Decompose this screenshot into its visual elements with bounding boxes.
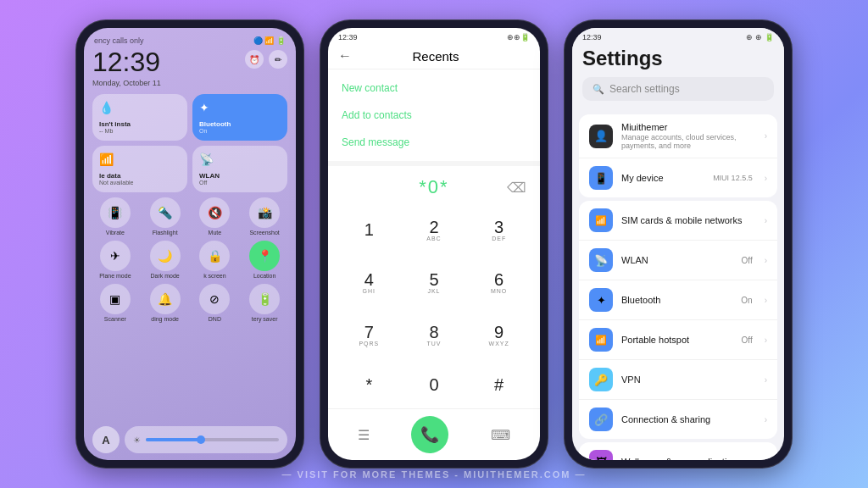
settings-item-hotspot[interactable]: 📶 Portable hotspot Off ›	[579, 320, 777, 360]
watermark: — VISIT FOR MORE THEMES - MIUITHEMER.COM…	[282, 469, 587, 480]
key-9[interactable]: 9 WXYZ	[466, 309, 531, 362]
cc-tile-mobile[interactable]: 📶 le data Not available	[92, 146, 187, 192]
cc-btn-location[interactable]: 📍 Location	[242, 241, 287, 279]
cc-clock-icon[interactable]: ⏰	[245, 50, 264, 69]
settings-item-wallpaper[interactable]: 🖼 Wallpaper & personalization ›	[579, 442, 777, 460]
key-5[interactable]: 5 JKL	[402, 256, 467, 308]
cc-btn-scanner[interactable]: ▣ Scanner	[92, 284, 138, 322]
settings-header: Settings 🔍 Search settings	[572, 43, 784, 108]
cc-dnd-label: DND	[209, 316, 221, 322]
cc-time-block: 12:39 Monday, October 11	[92, 48, 161, 87]
cc-icon-grid-2: ✈ Plane mode 🌙 Dark mode 🔒 k screen 📍 Lo…	[92, 241, 287, 279]
mydevice-icon: 📱	[589, 166, 613, 190]
cc-btn-lockscreen[interactable]: 🔒 k screen	[192, 241, 238, 279]
settings-item-mydevice[interactable]: 📱 My device MIUI 12.5.5 ›	[579, 158, 777, 197]
cc-tile-mobile-sub: Not available	[99, 180, 181, 186]
miui-badge: MIUI 12.5.5	[713, 174, 753, 182]
miuithemer-chevron: ›	[765, 131, 767, 141]
cc-icon-grid-1: 📳 Vibrate 🔦 Flashlight 🔇 Mute 📸 Screensh…	[92, 197, 287, 236]
settings-search-bar[interactable]: 🔍 Search settings	[582, 77, 774, 101]
phone-3-settings: 12:39 ⊕ ⊕ 🔋 Settings 🔍 Search settings	[564, 19, 793, 469]
key-4[interactable]: 4 GHI	[337, 256, 402, 308]
settings-network-card: 📶 SIM cards & mobile networks › 📡 WLAN O…	[579, 201, 777, 439]
cc-status-bar: ency calls only 🔵 📶 🔋	[92, 36, 287, 45]
key-6[interactable]: 6 MNO	[466, 256, 531, 308]
cc-btn-screenshot[interactable]: 📸 Screenshot	[242, 197, 287, 236]
dialer-screen: 12:39 ⊕⊕🔋 ← Recents New contact Add to c…	[328, 28, 540, 460]
cc-btn-batterysaver[interactable]: 🔋 tery saver	[242, 284, 287, 322]
cc-edit-icon[interactable]: ✏	[269, 50, 287, 69]
settings-item-wlan[interactable]: 📡 WLAN Off ›	[579, 241, 777, 280]
settings-item-sim[interactable]: 📶 SIM cards & mobile networks ›	[579, 201, 777, 241]
dialer-add-contacts[interactable]: Add to contacts	[328, 102, 540, 129]
settings-item-vpn[interactable]: 🔑 VPN ›	[579, 360, 777, 400]
phone-1-screen: ency calls only 🔵 📶 🔋 12:39 Monday, Octo…	[84, 28, 296, 460]
dialer-back-button[interactable]: ←	[338, 48, 352, 64]
hotspot-icon: 📶	[589, 328, 613, 352]
cc-dnd-icon: ⊘	[199, 284, 230, 314]
cc-lockscreen-label: k screen	[203, 273, 225, 279]
cc-brightness-control[interactable]: ☀	[125, 426, 287, 453]
cc-btn-vibrate[interactable]: 📳 Vibrate	[92, 197, 138, 236]
cc-tile-data[interactable]: 💧 Isn't insta -- Mb	[92, 94, 187, 141]
wlan-chevron: ›	[765, 256, 767, 265]
dialer-new-contact[interactable]: New contact	[328, 75, 540, 102]
settings-status-icons: ⊕ ⊕ 🔋	[746, 33, 774, 42]
dialer-keypad-icon[interactable]: ⌨	[491, 427, 510, 443]
hotspot-chevron: ›	[765, 336, 767, 345]
cc-btn-plane[interactable]: ✈ Plane mode	[92, 241, 138, 279]
cc-btn-mute[interactable]: 🔇 Mute	[192, 197, 238, 236]
dialer-title: Recents	[359, 49, 513, 64]
hotspot-name: Portable hotspot	[621, 335, 733, 345]
cc-letter-a[interactable]: A	[92, 426, 120, 453]
miuithemer-text: Miuithemer Manage accounts, cloud servic…	[621, 122, 756, 150]
dial-display: *0* ⌫	[328, 166, 540, 203]
key-7[interactable]: 7 PQRS	[337, 309, 402, 362]
cc-bottom-bar: A ☀	[92, 426, 287, 453]
cc-vibrate-icon: 📳	[100, 197, 131, 228]
settings-item-miuithemer[interactable]: 👤 Miuithemer Manage accounts, cloud serv…	[579, 114, 777, 158]
connection-chevron: ›	[765, 415, 767, 424]
wlan-name: WLAN	[621, 255, 733, 265]
cc-vibrate-label: Vibrate	[106, 230, 125, 236]
dialer-contacts-icon[interactable]: ☰	[358, 427, 370, 443]
phone-2-dialer: 12:39 ⊕⊕🔋 ← Recents New contact Add to c…	[320, 19, 548, 469]
cc-btn-darkmode[interactable]: 🌙 Dark mode	[142, 241, 188, 279]
key-hash[interactable]: #	[466, 362, 531, 408]
key-2[interactable]: 2 ABC	[402, 203, 467, 256]
dialer-send-message[interactable]: Send message	[328, 129, 540, 156]
wallpaper-chevron: ›	[765, 458, 767, 461]
bluetooth-icon: ✦	[589, 288, 613, 312]
cc-time-row: 12:39 Monday, October 11 ⏰ ✏	[92, 48, 287, 87]
cc-tile-bluetooth[interactable]: ✦ Bluetooth On	[192, 94, 287, 141]
cc-screen: ency calls only 🔵 📶 🔋 12:39 Monday, Octo…	[84, 28, 296, 460]
cc-scanner-icon: ▣	[100, 284, 131, 314]
miuithemer-icon: 👤	[589, 125, 613, 148]
dialer-status-icons: ⊕⊕🔋	[507, 33, 530, 42]
dial-backspace-icon[interactable]: ⌫	[507, 180, 526, 196]
settings-time: 12:39	[582, 33, 602, 42]
cc-btn-dingmode[interactable]: 🔔 ding mode	[142, 284, 188, 322]
wlan-text: WLAN	[621, 255, 733, 265]
cc-tile-wlan[interactable]: 📡 WLAN Off	[192, 146, 287, 192]
bluetooth-text: Bluetooth	[621, 295, 732, 305]
key-1[interactable]: 1	[337, 203, 402, 256]
cc-btn-flashlight[interactable]: 🔦 Flashlight	[142, 197, 188, 236]
key-8[interactable]: 8 TUV	[402, 309, 467, 362]
miuithemer-sub: Manage accounts, cloud services, payment…	[621, 133, 756, 150]
connection-icon: 🔗	[589, 408, 613, 431]
settings-personalization-card: 🖼 Wallpaper & personalization ›	[579, 442, 777, 460]
mydevice-name: My device	[621, 173, 704, 183]
key-3[interactable]: 3 DEF	[466, 203, 531, 256]
key-star[interactable]: *	[337, 362, 402, 408]
cc-darkmode-label: Dark mode	[151, 273, 180, 279]
cc-time: 12:39	[92, 48, 161, 75]
key-0[interactable]: 0	[402, 362, 467, 408]
cc-date: Monday, October 11	[92, 79, 161, 87]
call-button[interactable]: 📞	[411, 416, 448, 453]
cc-plane-icon: ✈	[100, 241, 131, 271]
settings-item-connection[interactable]: 🔗 Connection & sharing ›	[579, 400, 777, 439]
cc-btn-dnd[interactable]: ⊘ DND	[192, 284, 238, 322]
cc-brightness-track	[146, 438, 279, 441]
settings-item-bluetooth[interactable]: ✦ Bluetooth On ›	[579, 280, 777, 320]
